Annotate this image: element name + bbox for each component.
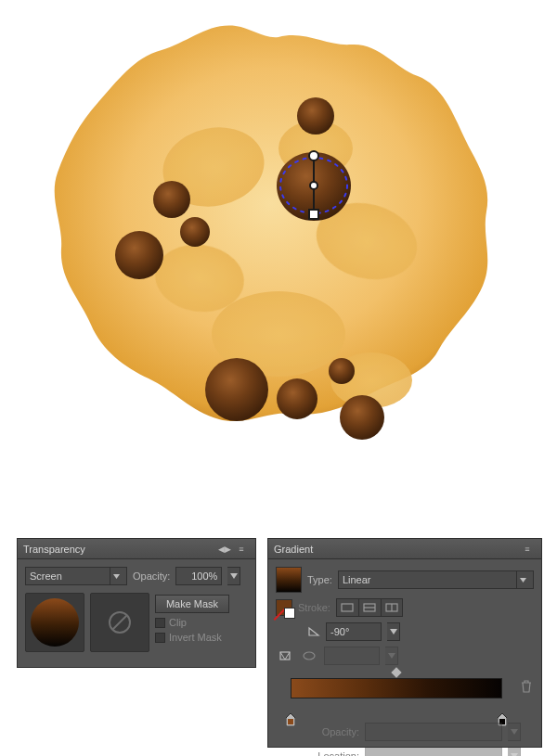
svg-rect-17 xyxy=(309,210,318,219)
stroke-label: Stroke: xyxy=(298,602,330,613)
svg-point-9 xyxy=(297,97,334,135)
panel-menu-icon[interactable]: ≡ xyxy=(519,545,536,554)
gradient-stop-left[interactable] xyxy=(286,713,295,726)
svg-point-13 xyxy=(340,395,384,440)
svg-point-12 xyxy=(329,358,355,384)
chevron-down-icon xyxy=(110,568,123,584)
gradient-swatch[interactable] xyxy=(276,567,302,593)
svg-point-8 xyxy=(180,217,210,247)
blend-mode-value: Screen xyxy=(30,570,62,582)
opacity-slider-toggle[interactable] xyxy=(227,567,240,585)
svg-point-16 xyxy=(309,151,318,160)
transparency-panel: Transparency ◀▶ ≡ Screen Opacity: xyxy=(17,538,256,668)
stop-location-label: Location: xyxy=(304,750,359,756)
angle-input[interactable] xyxy=(326,622,382,641)
svg-rect-28 xyxy=(288,719,293,724)
gradient-title: Gradient xyxy=(274,544,519,555)
svg-rect-21 xyxy=(342,604,353,611)
svg-point-18 xyxy=(310,182,317,189)
transparency-thumbnail[interactable] xyxy=(25,593,84,652)
svg-point-27 xyxy=(304,652,315,660)
svg-point-6 xyxy=(115,231,163,279)
panel-menu-icon[interactable]: ≡ xyxy=(233,545,250,554)
gradient-type-value: Linear xyxy=(343,574,371,585)
gradient-panel: Gradient ≡ Type: Linear Stroke: xyxy=(267,538,542,748)
make-mask-button[interactable]: Make Mask xyxy=(155,595,229,613)
gradient-panel-header[interactable]: Gradient ≡ xyxy=(268,539,541,559)
stroke-swatch[interactable] xyxy=(276,599,292,616)
aspect-ratio-input xyxy=(324,647,380,665)
opacity-label: Opacity: xyxy=(133,570,170,582)
collapse-icon[interactable]: ◀▶ xyxy=(216,545,233,554)
stop-location-input xyxy=(365,747,502,756)
invert-mask-checkbox[interactable]: Invert Mask xyxy=(155,632,229,643)
trash-icon[interactable] xyxy=(521,680,534,695)
stroke-within-button[interactable] xyxy=(336,598,358,617)
midpoint-diamond-icon[interactable] xyxy=(391,667,401,677)
opacity-input[interactable] xyxy=(175,567,222,585)
clip-checkbox[interactable]: Clip xyxy=(155,617,229,628)
svg-point-7 xyxy=(153,181,190,218)
blend-mode-select[interactable]: Screen xyxy=(25,567,127,585)
svg-point-10 xyxy=(205,358,268,421)
gradient-bar[interactable] xyxy=(291,678,502,698)
canvas xyxy=(0,0,557,529)
cookie-illustration xyxy=(0,0,557,529)
stroke-across-button[interactable] xyxy=(381,598,403,617)
stop-opacity-slider-toggle xyxy=(508,723,521,741)
gradient-type-select[interactable]: Linear xyxy=(338,570,534,589)
transparency-title: Transparency xyxy=(23,544,216,555)
angle-slider-toggle[interactable] xyxy=(387,622,400,641)
svg-line-20 xyxy=(112,615,127,630)
aspect-slider-toggle xyxy=(385,647,398,665)
reverse-gradient-icon[interactable] xyxy=(276,647,294,665)
aspect-ratio-icon xyxy=(300,647,318,665)
stroke-alignment-group xyxy=(336,598,403,617)
angle-icon xyxy=(307,624,320,639)
type-label: Type: xyxy=(307,574,332,585)
gradient-slider[interactable] xyxy=(291,674,502,702)
mask-thumbnail[interactable] xyxy=(90,593,149,652)
svg-rect-26 xyxy=(280,652,290,660)
svg-point-11 xyxy=(277,378,317,419)
stroke-along-button[interactable] xyxy=(358,598,381,617)
stop-location-slider-toggle xyxy=(508,747,521,756)
stop-opacity-label: Opacity: xyxy=(304,726,359,737)
stop-opacity-input xyxy=(365,723,502,741)
transparency-panel-header[interactable]: Transparency ◀▶ ≡ xyxy=(18,539,255,559)
chevron-down-icon xyxy=(516,571,529,588)
